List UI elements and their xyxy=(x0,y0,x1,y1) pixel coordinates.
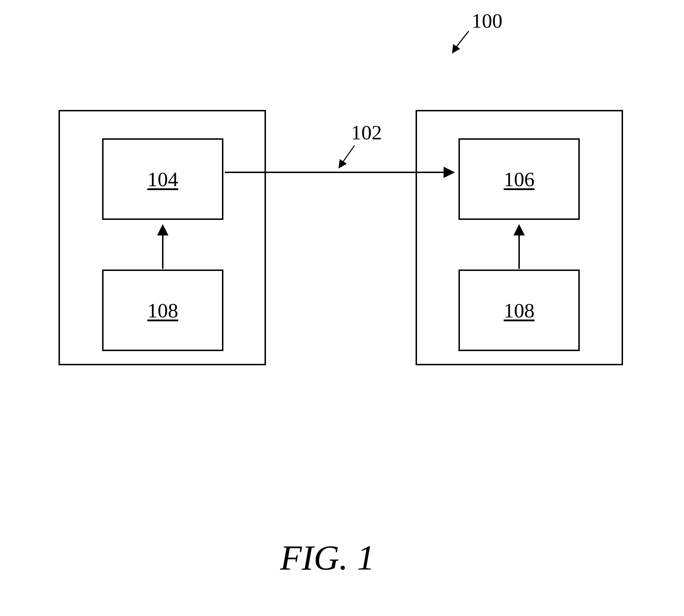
right-top-box-label: 106 xyxy=(504,167,535,191)
right-bottom-box: 108 xyxy=(458,270,580,351)
figure-canvas: 104 108 106 108 100 102 FIG. 1 xyxy=(0,0,684,616)
figure-caption: FIG. 1 xyxy=(280,537,375,578)
leader-100 xyxy=(453,31,469,52)
right-top-box: 106 xyxy=(458,138,580,220)
left-top-box-label: 104 xyxy=(148,167,178,191)
right-bottom-box-label: 108 xyxy=(504,299,535,322)
left-bottom-box: 108 xyxy=(102,270,223,351)
leader-102 xyxy=(340,145,355,167)
left-bottom-box-label: 108 xyxy=(148,299,178,322)
left-top-box: 104 xyxy=(102,138,223,220)
connection-ref-label: 102 xyxy=(351,121,382,144)
system-ref-label: 100 xyxy=(472,9,502,33)
